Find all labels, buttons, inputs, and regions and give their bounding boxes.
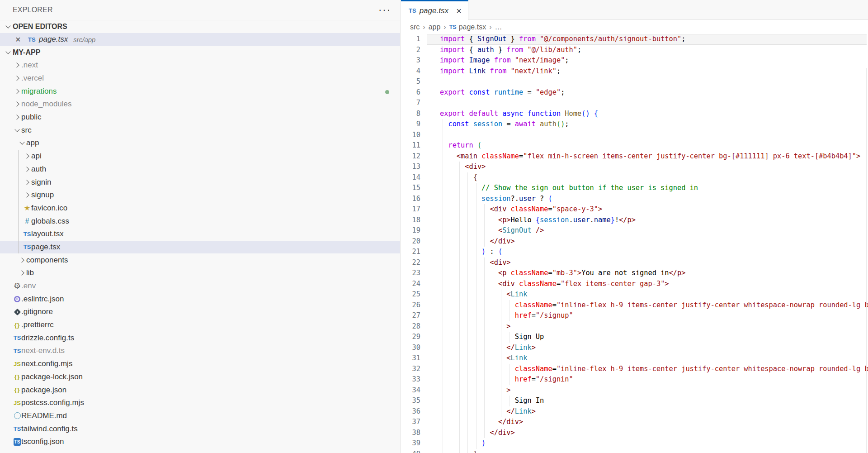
code-line-7[interactable]: 7 [401, 98, 868, 109]
tree-item-app[interactable]: app [0, 137, 400, 150]
line-number[interactable]: 11 [401, 140, 420, 151]
tree-item-public[interactable]: public [0, 111, 400, 124]
tree-item-package-json[interactable]: {}package.json [0, 383, 400, 396]
close-icon[interactable]: × [15, 35, 24, 43]
line-number[interactable]: 2 [401, 45, 420, 56]
code-line-17[interactable]: 17 <div className="space-y-3"> [401, 204, 868, 215]
line-number[interactable]: 17 [401, 204, 420, 215]
code-line-34[interactable]: 34 > [401, 385, 868, 396]
line-number[interactable]: 36 [401, 406, 420, 417]
line-number[interactable]: 39 [401, 438, 420, 449]
line-number[interactable]: 5 [401, 76, 420, 87]
code-line-25[interactable]: 25 <Link [401, 289, 868, 300]
line-number[interactable]: 27 [401, 310, 420, 321]
line-number[interactable]: 18 [401, 215, 420, 226]
tree-item-src[interactable]: src [0, 124, 400, 137]
line-number[interactable]: 1 [401, 34, 420, 45]
tree-item--vercel[interactable]: .vercel [0, 72, 400, 85]
code-line-9[interactable]: 9 const session = await auth(); [401, 119, 868, 130]
line-number[interactable]: 8 [401, 109, 420, 119]
open-editor-item-page-tsx[interactable]: × TS page.tsx src/app [0, 33, 400, 46]
line-number[interactable]: 32 [401, 364, 420, 375]
code-line-13[interactable]: 13 <div> [401, 162, 868, 172]
tree-item-favicon-ico[interactable]: ★favicon.ico [0, 202, 400, 215]
code-line-37[interactable]: 37 </div> [401, 417, 868, 428]
tree-item-api[interactable]: api [0, 150, 400, 163]
line-number[interactable]: 23 [401, 268, 420, 279]
line-number[interactable]: 6 [401, 87, 420, 98]
code-line-15[interactable]: 15 // Show the sign out button if the us… [401, 183, 868, 194]
line-number[interactable]: 21 [401, 247, 420, 257]
code-line-3[interactable]: 3import Image from "next/image"; [401, 55, 868, 66]
code-line-33[interactable]: 33 href="/signin" [401, 374, 868, 385]
code-line-10[interactable]: 10 [401, 130, 868, 141]
tree-item-lib[interactable]: lib [0, 267, 400, 280]
line-number[interactable]: 35 [401, 396, 420, 406]
code-line-4[interactable]: 4import Link from "next/link"; [401, 66, 868, 77]
code-line-31[interactable]: 31 <Link [401, 353, 868, 364]
code-line-23[interactable]: 23 <p className="mb-3">You are not signe… [401, 268, 868, 279]
code-line-38[interactable]: 38 </div> [401, 428, 868, 439]
code-line-19[interactable]: 19 <SignOut /> [401, 225, 868, 236]
tree-item-layout-tsx[interactable]: TSlayout.tsx [0, 228, 400, 241]
tree-item--prettierrc[interactable]: {}.prettierrc [0, 319, 400, 332]
tree-item-components[interactable]: components [0, 253, 400, 267]
code-line-14[interactable]: 14 { [401, 172, 868, 183]
line-number[interactable]: 22 [401, 257, 420, 268]
tree-item-tailwind-config-ts[interactable]: TStailwind.config.ts [0, 422, 400, 435]
line-number[interactable]: 7 [401, 98, 420, 109]
line-number[interactable]: 15 [401, 183, 420, 194]
code-line-20[interactable]: 20 </div> [401, 236, 868, 247]
code-editor[interactable]: 1import { SignOut } from "@/components/a… [401, 34, 868, 453]
code-line-22[interactable]: 22 <div> [401, 257, 868, 268]
tree-item-globals-css[interactable]: #globals.css [0, 215, 400, 228]
tree-item--gitignore[interactable]: .gitignore [0, 305, 400, 319]
code-line-39[interactable]: 39 ) [401, 438, 868, 449]
tree-item-readme-md[interactable]: README.md [0, 410, 400, 423]
line-number[interactable]: 40 [401, 449, 420, 453]
open-editors-section-header[interactable]: OPEN EDITORS [0, 20, 400, 33]
line-number[interactable]: 33 [401, 374, 420, 385]
breadcrumb-src[interactable]: src [410, 23, 420, 31]
code-line-12[interactable]: 12 <main className="flex min-h-screen it… [401, 151, 868, 162]
tree-item-auth[interactable]: auth [0, 163, 400, 176]
code-line-2[interactable]: 2import { auth } from "@/lib/auth"; [401, 45, 868, 56]
line-number[interactable]: 30 [401, 343, 420, 353]
line-number[interactable]: 3 [401, 55, 420, 66]
breadcrumb-file[interactable]: page.tsx [459, 23, 486, 31]
line-number[interactable]: 28 [401, 321, 420, 332]
line-number[interactable]: 34 [401, 385, 420, 396]
line-number[interactable]: 38 [401, 428, 420, 439]
tree-item-postcss-config-mjs[interactable]: JSpostcss.config.mjs [0, 396, 400, 410]
breadcrumb-symbol[interactable]: … [495, 23, 502, 31]
line-number[interactable]: 16 [401, 194, 420, 205]
tree-item-next-env-d-ts[interactable]: TSnext-env.d.ts [0, 344, 400, 358]
tree-item-page-tsx[interactable]: TSpage.tsx [0, 241, 400, 254]
tab-page-tsx[interactable]: TS page.tsx × [401, 0, 468, 20]
tree-item-tsconfig-json[interactable]: TStsconfig.json [0, 435, 400, 448]
line-number[interactable]: 37 [401, 417, 420, 428]
breadcrumb-app[interactable]: app [429, 23, 441, 31]
code-line-29[interactable]: 29 Sign Up [401, 332, 868, 343]
code-line-18[interactable]: 18 <p>Hello {session.user.name}!</p> [401, 215, 868, 226]
code-line-35[interactable]: 35 Sign In [401, 396, 868, 406]
tree-item-signin[interactable]: signin [0, 176, 400, 189]
tree-item-next-config-mjs[interactable]: JSnext.config.mjs [0, 358, 400, 371]
code-line-32[interactable]: 32 className="inline-flex h-9 items-cent… [401, 364, 868, 375]
line-number[interactable]: 31 [401, 353, 420, 364]
tree-item--eslintrc-json[interactable]: .eslintrc.json [0, 292, 400, 305]
code-line-36[interactable]: 36 </Link> [401, 406, 868, 417]
close-icon[interactable]: × [456, 7, 462, 15]
line-number[interactable]: 29 [401, 332, 420, 343]
tree-item-migrations[interactable]: migrations [0, 85, 400, 98]
project-section-header[interactable]: MY-APP [0, 46, 400, 59]
code-line-11[interactable]: 11 return ( [401, 140, 868, 151]
code-line-30[interactable]: 30 </Link> [401, 343, 868, 353]
code-line-28[interactable]: 28 > [401, 321, 868, 332]
code-line-6[interactable]: 6export const runtime = "edge"; [401, 87, 868, 98]
code-line-40[interactable]: 40 } [401, 449, 868, 453]
line-number[interactable]: 24 [401, 279, 420, 290]
line-number[interactable]: 4 [401, 66, 420, 77]
line-number[interactable]: 25 [401, 289, 420, 300]
more-actions-icon[interactable]: ··· [378, 8, 391, 12]
